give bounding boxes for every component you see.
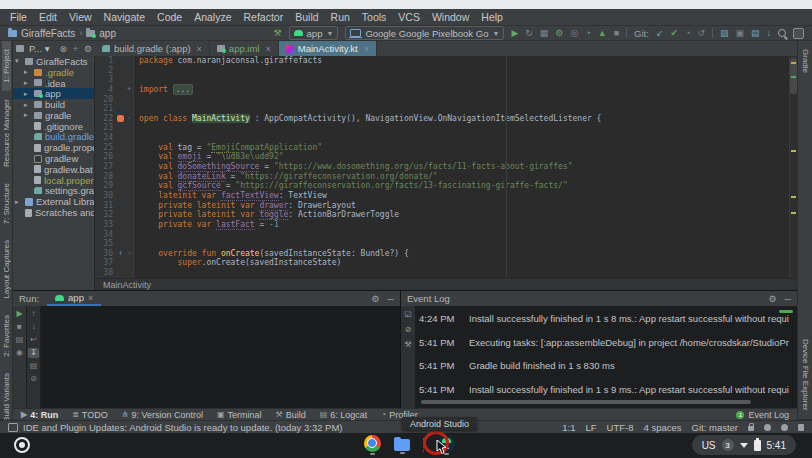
status-message[interactable]: IDE and Plugin Updates: Android Studio i… <box>23 422 343 433</box>
tree-item-external-libraries[interactable]: ▸External Libraries <box>13 196 94 207</box>
hide-panel-icon[interactable]: ─ <box>785 294 791 304</box>
commit-button[interactable]: ✔ <box>670 29 678 38</box>
tree-item--gradle[interactable]: ▸.gradle <box>13 67 94 78</box>
menu-refactor[interactable]: Refactor <box>238 11 290 23</box>
collapse-all-icon[interactable]: ⊗ <box>59 44 67 54</box>
close-icon[interactable]: × <box>197 44 202 54</box>
override-gutter-icon[interactable]: ↑ <box>118 249 122 259</box>
print-icon[interactable]: ▤ <box>28 361 39 371</box>
history-button[interactable]: ◔ <box>685 29 690 38</box>
rerun-button[interactable]: ▶ <box>14 309 25 319</box>
select-opened-file-icon[interactable]: ÷ <box>73 44 78 54</box>
build-hammer-icon[interactable]: ⚒ <box>274 29 282 38</box>
run-button[interactable]: ▶ <box>511 29 518 38</box>
profiler-button[interactable]: ◔ <box>585 29 590 38</box>
tree-item-settings-gradle[interactable]: settings.gradle <box>13 186 94 197</box>
run-tab-app[interactable]: app × <box>47 291 101 306</box>
toolwindow-button-6-logcat[interactable]: ▤6: Logcat <box>320 410 368 420</box>
memory-indicator-icon[interactable] <box>798 424 804 431</box>
strip-gradle[interactable]: Gradle <box>801 41 810 81</box>
attach-debugger-button[interactable]: ◎ <box>570 29 578 38</box>
menu-run[interactable]: Run <box>325 11 356 23</box>
strip-device-file-explorer[interactable]: Device File Explorer <box>801 331 810 419</box>
menu-file[interactable]: File <box>4 11 33 23</box>
debug-button[interactable]: ⚙ <box>555 29 563 38</box>
settings-box-icon[interactable] <box>793 28 804 39</box>
event-log-entry[interactable]: 5:41 PMGradle build finished in 1 s 830 … <box>419 360 789 371</box>
tab-mainactivity-kt[interactable]: MainActivity.kt× <box>279 41 377 56</box>
menu-code[interactable]: Code <box>151 11 188 23</box>
breadcrumb-module[interactable]: app <box>99 28 116 39</box>
menu-view[interactable]: View <box>63 11 98 23</box>
settings-wrench-icon[interactable]: ⚒ <box>404 340 411 349</box>
menu-analyze[interactable]: Analyze <box>188 11 237 23</box>
pin-tab-icon[interactable]: ◉ <box>14 348 25 358</box>
system-tray[interactable]: US 3 5:41 <box>692 435 796 455</box>
run-console-output[interactable] <box>41 306 400 408</box>
toolwindow-button-4-run[interactable]: ▶4: Run <box>21 410 58 420</box>
strip-1-project[interactable]: 1: Project <box>2 41 11 91</box>
launcher-button[interactable] <box>14 437 30 453</box>
down-stack-trace-icon[interactable]: ↓ <box>28 322 39 332</box>
indent-widget[interactable]: 4 spaces <box>644 422 682 433</box>
soft-wrap-icon[interactable]: ↩ <box>28 335 39 345</box>
files-app-icon[interactable] <box>394 436 410 454</box>
close-icon[interactable]: × <box>364 44 369 54</box>
toolwindow-button-9-version-control[interactable]: ⋔9: Version Control <box>122 410 203 420</box>
code-editor[interactable]: 1package com.naranjaconsal.giraffefacts2… <box>95 56 797 278</box>
scroll-to-end-icon[interactable]: ↧ <box>28 348 39 358</box>
close-icon[interactable]: × <box>88 293 93 303</box>
delete-icon[interactable]: ⊘ <box>405 325 412 334</box>
line-separator-widget[interactable]: LF <box>586 422 597 433</box>
tree-item-giraffefacts[interactable]: ▾GiraffeFacts~/S <box>13 56 94 67</box>
tab-build-gradle-app-[interactable]: build.gradle (:app)× <box>95 41 210 56</box>
device-manager-button[interactable]: ▤ <box>751 29 760 38</box>
encoding-widget[interactable]: UTF-8 <box>607 422 634 433</box>
search-everywhere-icon[interactable] <box>778 29 786 37</box>
menu-build[interactable]: Build <box>289 11 324 23</box>
device-selector[interactable]: Google Google Pixelbook Go ▼ <box>345 26 504 40</box>
breadcrumb-class[interactable]: MainActivity <box>103 280 151 290</box>
tree-item--idea[interactable]: ▸.idea <box>13 78 94 89</box>
menu-navigate[interactable]: Navigate <box>98 11 151 23</box>
toolwindow-button-build[interactable]: ⚒Build <box>276 410 306 420</box>
restore-layout-icon[interactable]: ▤ <box>14 335 25 345</box>
strip-7-structure[interactable]: 7: Structure <box>2 175 11 232</box>
error-stripe-scrollbar[interactable] <box>789 56 797 278</box>
menu-tools[interactable]: Tools <box>356 11 393 23</box>
menu-window[interactable]: Window <box>426 11 475 23</box>
sdk-manager-button[interactable]: ↓ <box>767 29 772 38</box>
tree-item-build-gradle[interactable]: build.gradle <box>13 132 94 143</box>
clear-all-icon[interactable]: ⊘ <box>28 374 39 384</box>
tree-item-gradlew-bat[interactable]: gradlew.bat <box>13 164 94 175</box>
strip-resource-manager[interactable]: Resource Manager <box>2 91 11 175</box>
inspections-icon[interactable] <box>781 424 788 431</box>
settings-gear-icon[interactable]: ⚙ <box>84 44 92 54</box>
tab-app-iml[interactable]: app.iml× <box>210 41 279 56</box>
stop-button[interactable]: ■ <box>614 29 619 38</box>
menu-help[interactable]: Help <box>475 11 509 23</box>
event-log-entry[interactable]: 5:41 PMExecuting tasks: [:app:assembleDe… <box>419 337 789 348</box>
settings-gear-icon[interactable]: ⚙ <box>769 294 777 304</box>
chrome-app-icon[interactable] <box>364 435 381 455</box>
up-stack-trace-icon[interactable]: ↑ <box>28 309 39 319</box>
update-project-button[interactable]: ↙ <box>656 29 664 38</box>
menu-vcs[interactable]: VCS <box>392 11 426 23</box>
layout-inspector-button[interactable]: ▣ <box>735 29 744 38</box>
android-activity-gutter-icon[interactable] <box>117 115 124 122</box>
event-log-status-widget[interactable]: 1 Event Log <box>736 410 789 420</box>
tree-item-gradle[interactable]: ▸gradle <box>13 110 94 121</box>
event-log-entry[interactable]: 4:24 PMInstall successfully finished in … <box>419 313 789 324</box>
highlighting-level-icon[interactable] <box>764 424 771 431</box>
breadcrumb-project[interactable]: GiraffeFacts <box>21 28 75 39</box>
tree-item-local-properties[interactable]: local.properties <box>13 175 94 186</box>
event-log-entry[interactable]: 5:41 PMInstall successfully finished in … <box>419 384 789 395</box>
apply-changes-button[interactable]: ↻ <box>525 29 533 38</box>
stop-button[interactable]: ■ <box>14 322 25 332</box>
run-config-selector[interactable]: app ▼ <box>289 26 339 40</box>
run-coverage-button[interactable]: ▦ <box>540 29 549 38</box>
mark-all-read-icon[interactable]: ☑ <box>404 310 411 319</box>
strip-layout-captures[interactable]: Layout Captures <box>2 232 11 307</box>
profile-app-button[interactable]: ▲ <box>598 29 607 38</box>
toolwindow-button-todo[interactable]: ≣TODO <box>72 410 108 420</box>
